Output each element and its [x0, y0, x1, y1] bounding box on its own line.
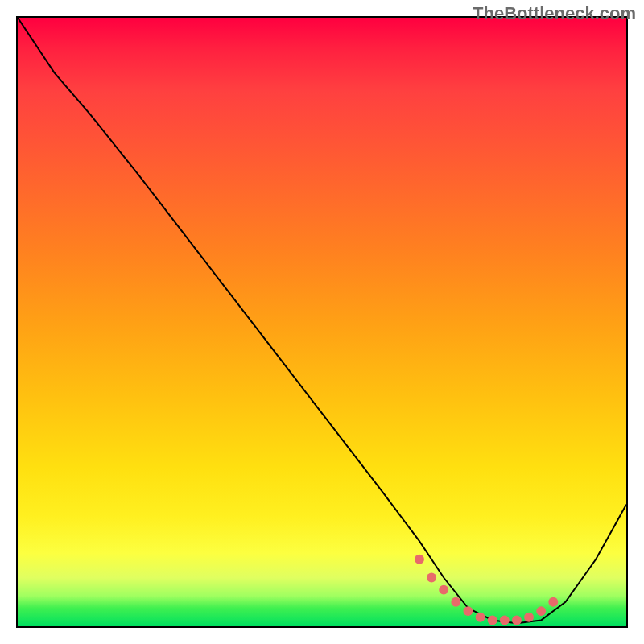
- chart-svg-overlay: [18, 18, 626, 626]
- chart-plot-area: [16, 16, 628, 628]
- highlight-dot: [476, 613, 485, 622]
- highlight-dot: [439, 585, 448, 595]
- highlight-dot: [548, 597, 558, 607]
- highlight-dot: [536, 606, 546, 616]
- highlight-dot: [512, 615, 522, 625]
- highlight-dot: [500, 615, 510, 625]
- highlight-dot: [415, 555, 424, 564]
- highlight-dot: [451, 597, 460, 607]
- highlight-dot: [427, 573, 436, 583]
- highlight-dot: [488, 615, 497, 625]
- highlight-dot: [524, 613, 534, 622]
- watermark-text: TheBottleneck.com: [473, 3, 636, 24]
- highlight-dot: [463, 606, 473, 616]
- bottleneck-curve: [18, 18, 626, 623]
